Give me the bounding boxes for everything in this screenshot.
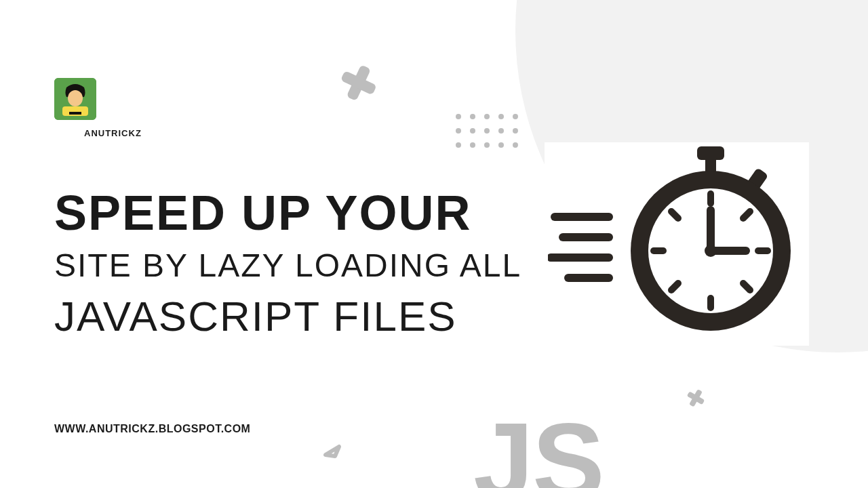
plus-icon <box>330 56 385 112</box>
dot-grid-decoration <box>456 114 518 148</box>
svg-rect-3 <box>69 112 81 115</box>
svg-rect-13 <box>705 157 716 172</box>
svg-point-1 <box>68 90 83 106</box>
site-url: WWW.ANUTRICKZ.BLOGSPOT.COM <box>54 423 250 435</box>
headline: SPEED UP YOUR SITE BY LAZY LOADING ALL J… <box>54 188 521 338</box>
svg-line-23 <box>671 283 678 290</box>
svg-point-27 <box>705 245 717 257</box>
stopwatch-icon <box>548 142 806 346</box>
stopwatch-panel <box>545 142 809 346</box>
headline-line-2: SITE BY LAZY LOADING ALL <box>54 249 521 282</box>
svg-line-24 <box>743 211 750 218</box>
triangle-icon <box>321 437 343 462</box>
plus-icon-small <box>681 384 710 414</box>
headline-line-3: JAVASCRIPT FILES <box>54 296 521 338</box>
svg-line-22 <box>743 283 750 290</box>
headline-line-1: SPEED UP YOUR <box>54 188 521 237</box>
js-label: JS <box>473 407 604 488</box>
svg-line-21 <box>671 211 678 218</box>
author-avatar <box>54 78 96 120</box>
author-block: ANUTRICKZ <box>54 78 142 138</box>
author-name: ANUTRICKZ <box>84 128 142 138</box>
